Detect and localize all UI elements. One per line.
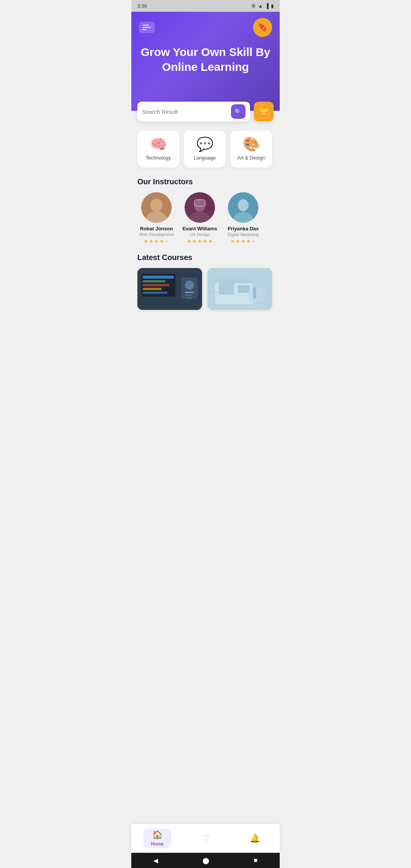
profile-button[interactable]: 🔖 <box>253 18 272 37</box>
bottom-spacer <box>131 315 280 349</box>
course-card-2[interactable] <box>207 268 272 310</box>
svg-rect-16 <box>143 292 167 294</box>
courses-title: Latest Courses <box>137 253 274 262</box>
star: ★ <box>192 238 197 244</box>
menu-button[interactable] <box>139 22 155 33</box>
star: ★ <box>187 238 191 244</box>
instructor-name-2: Evant Williams <box>182 226 217 231</box>
instructor-name-3: Priyanka Das <box>228 226 259 231</box>
courses-section: Latest Courses <box>131 249 280 315</box>
svg-rect-15 <box>143 288 162 290</box>
star: ★ <box>149 238 153 244</box>
menu-line-1 <box>143 25 149 26</box>
technology-icon: 🧠 <box>150 137 167 151</box>
svg-point-1 <box>150 198 162 212</box>
search-button[interactable]: 🔍 <box>231 104 245 119</box>
svg-point-29 <box>247 287 266 302</box>
course-card-1[interactable] <box>137 268 202 310</box>
instructor-avatar-3 <box>228 192 258 223</box>
art-design-icon: 🎨 <box>243 137 260 151</box>
search-section: 🔍 <box>131 102 280 121</box>
category-art-design[interactable]: 🎨 Art & Design <box>230 131 272 168</box>
course-thumb-1 <box>137 268 202 310</box>
instructor-avatar-2 <box>185 192 215 223</box>
courses-row <box>137 268 274 313</box>
star: ★ <box>198 238 202 244</box>
svg-point-18 <box>185 281 194 290</box>
star: ★ <box>159 238 164 244</box>
instructor-stars-3: ★ ★ ★ ★ ★ <box>230 238 256 244</box>
svg-rect-14 <box>143 284 169 286</box>
instructor-skill-3: Digital Marketing <box>228 232 259 237</box>
instructor-stars-2: ★ ★ ★ ★ ★ <box>187 238 213 244</box>
star: ★ <box>154 238 159 244</box>
search-icon: 🔍 <box>234 108 242 115</box>
instructor-evant-williams[interactable]: Evant Williams UX Design ★ ★ ★ ★ ★ <box>181 192 219 244</box>
instructors-title: Our Instructors <box>137 177 274 186</box>
star: ★ <box>236 238 240 244</box>
svg-rect-21 <box>185 298 193 299</box>
categories-row: 🧠 Technology 💬 Language 🎨 Art & Design <box>131 121 280 174</box>
svg-point-8 <box>238 199 249 211</box>
svg-rect-26 <box>238 285 249 293</box>
hero-section: 🔖 Grow Your Own Skill By Online Learning <box>131 12 280 111</box>
course-thumb-2 <box>207 268 272 310</box>
settings-icon: ⚙ <box>251 3 256 9</box>
bookmark-icon: 🔖 <box>258 22 268 32</box>
star: ★ <box>230 238 235 244</box>
filter-line-2 <box>261 111 267 112</box>
wifi-icon: ▲ <box>258 3 263 9</box>
art-design-label: Art & Design <box>237 155 265 161</box>
signal-icon: ▐ <box>265 3 269 9</box>
filter-line-3 <box>262 113 266 114</box>
technology-label: Technology <box>146 155 171 161</box>
svg-point-4 <box>194 199 206 212</box>
battery-icon: ▮ <box>271 3 274 9</box>
search-input[interactable] <box>142 108 231 115</box>
instructor-stars-1: ★ ★ ★ ★ ★ <box>143 238 169 244</box>
search-bar: 🔍 <box>137 102 250 121</box>
instructor-priyanka-das[interactable]: Priyanka Das Digital Marketing ★ ★ ★ ★ ★ <box>224 192 262 244</box>
star: ★ <box>165 238 169 244</box>
language-label: Language <box>194 155 216 161</box>
svg-rect-30 <box>253 287 256 298</box>
hero-top: 🔖 <box>139 18 272 37</box>
star: ★ <box>252 238 256 244</box>
hero-title: Grow Your Own Skill By Online Learning <box>139 45 272 74</box>
svg-rect-27 <box>215 279 253 283</box>
instructor-skill-1: Web Development <box>139 232 174 237</box>
category-technology[interactable]: 🧠 Technology <box>137 131 179 168</box>
svg-rect-12 <box>143 276 174 279</box>
instructor-skill-2: UX Design <box>190 232 210 237</box>
status-icons: ⚙ ▲ ▐ ▮ <box>251 3 274 9</box>
instructors-section: Our Instructors Robat Jonson Web Develop… <box>131 174 280 249</box>
star: ★ <box>203 238 207 244</box>
time: 3:36 <box>137 3 147 9</box>
language-icon: 💬 <box>196 137 213 151</box>
menu-line-2 <box>143 27 151 28</box>
menu-line-3 <box>143 29 147 30</box>
star: ★ <box>241 238 245 244</box>
svg-rect-13 <box>143 280 166 282</box>
instructor-robat-jonson[interactable]: Robat Jonson Web Development ★ ★ ★ ★ ★ <box>137 192 175 244</box>
filter-button[interactable] <box>254 102 274 121</box>
svg-rect-19 <box>185 292 194 293</box>
instructor-avatar-1 <box>141 192 172 223</box>
category-language[interactable]: 💬 Language <box>184 131 226 168</box>
status-bar: 3:36 ⚙ ▲ ▐ ▮ <box>131 0 280 12</box>
star: ★ <box>143 238 148 244</box>
star: ★ <box>208 238 213 244</box>
svg-rect-20 <box>185 295 192 296</box>
instructors-row: Robat Jonson Web Development ★ ★ ★ ★ ★ E… <box>137 192 274 247</box>
instructor-name-1: Robat Jonson <box>140 226 173 231</box>
star: ★ <box>246 238 251 244</box>
filter-line-1 <box>260 109 268 110</box>
